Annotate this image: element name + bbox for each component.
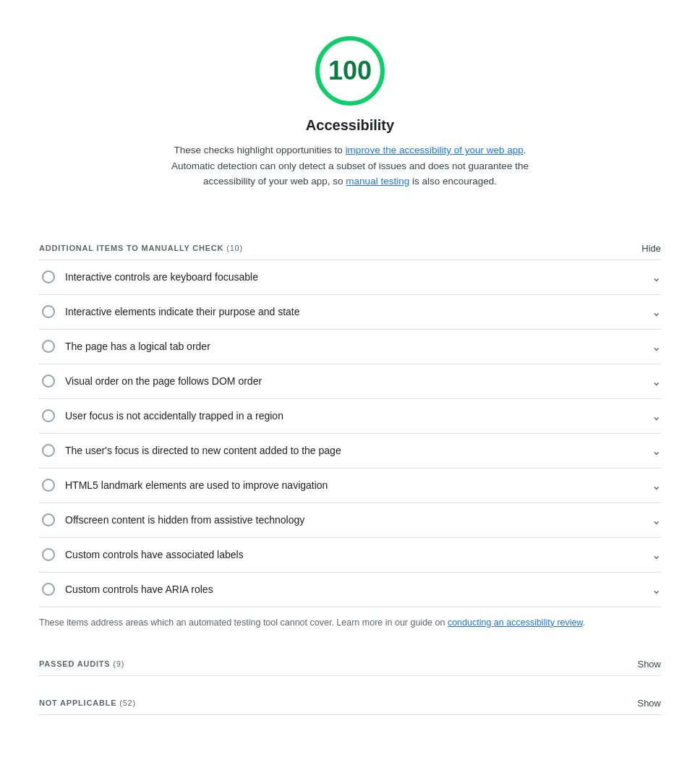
list-item[interactable]: Visual order on the page follows DOM ord… xyxy=(39,364,661,399)
list-item[interactable]: Offscreen content is hidden from assisti… xyxy=(39,503,661,538)
audit-label: The user's focus is directed to new cont… xyxy=(65,445,644,456)
manual-check-title: ADDITIONAL ITEMS TO MANUALLY CHECK (10) xyxy=(39,244,243,252)
list-item[interactable]: HTML5 landmark elements are used to impr… xyxy=(39,469,661,503)
audit-status-icon xyxy=(42,513,55,526)
manual-check-toggle[interactable]: Hide xyxy=(641,243,661,254)
manual-check-footer-suffix: . xyxy=(583,617,585,628)
chevron-down-icon: ⌄ xyxy=(652,375,661,388)
audit-status-icon xyxy=(42,305,55,318)
improve-accessibility-link[interactable]: improve the accessibility of your web ap… xyxy=(346,145,524,155)
audit-status-icon xyxy=(42,409,55,422)
list-item[interactable]: Interactive controls are keyboard focusa… xyxy=(39,260,661,295)
audit-status-icon xyxy=(42,479,55,492)
score-description: These checks highlight opportunities to … xyxy=(169,142,531,189)
score-value: 100 xyxy=(328,56,372,86)
not-applicable-header: NOT APPLICABLE (52) Show xyxy=(39,698,661,715)
passed-audits-header: PASSED AUDITS (9) Show xyxy=(39,659,661,676)
chevron-down-icon: ⌄ xyxy=(652,444,661,458)
chevron-down-icon: ⌄ xyxy=(652,270,661,284)
list-item[interactable]: User focus is not accidentally trapped i… xyxy=(39,399,661,434)
not-applicable-section: NOT APPLICABLE (52) Show xyxy=(39,698,661,715)
not-applicable-title: NOT APPLICABLE (52) xyxy=(39,698,136,707)
audit-label: Visual order on the page follows DOM ord… xyxy=(65,375,644,387)
score-circle: 100 xyxy=(315,36,385,106)
audit-status-icon xyxy=(42,444,55,457)
audit-status-icon xyxy=(42,270,55,283)
manual-check-list: Interactive controls are keyboard focusa… xyxy=(39,260,661,607)
audit-label: Custom controls have associated labels xyxy=(65,549,644,560)
audit-label: Interactive elements indicate their purp… xyxy=(65,306,644,317)
passed-audits-title: PASSED AUDITS (9) xyxy=(39,659,124,668)
description-prefix: These checks highlight opportunities to xyxy=(174,145,345,155)
manual-check-footer: These items address areas which an autom… xyxy=(39,607,661,630)
audit-status-icon xyxy=(42,583,55,596)
passed-audits-count: (9) xyxy=(113,659,124,668)
page-title: Accessibility xyxy=(306,117,394,134)
accessibility-review-link[interactable]: conducting an accessibility review xyxy=(448,617,583,628)
list-item[interactable]: Custom controls have ARIA roles ⌄ xyxy=(39,573,661,607)
chevron-down-icon: ⌄ xyxy=(652,513,661,527)
audit-label: Offscreen content is hidden from assisti… xyxy=(65,514,644,526)
audit-label: The page has a logical tab order xyxy=(65,341,644,352)
list-item[interactable]: Interactive elements indicate their purp… xyxy=(39,295,661,330)
score-section: 100 Accessibility These checks highlight… xyxy=(39,14,661,204)
chevron-down-icon: ⌄ xyxy=(652,583,661,597)
chevron-down-icon: ⌄ xyxy=(652,409,661,423)
audit-label: Interactive controls are keyboard focusa… xyxy=(65,271,644,283)
chevron-down-icon: ⌄ xyxy=(652,340,661,354)
not-applicable-count: (52) xyxy=(119,698,136,707)
chevron-down-icon: ⌄ xyxy=(652,548,661,562)
list-item[interactable]: The user's focus is directed to new cont… xyxy=(39,434,661,469)
not-applicable-toggle[interactable]: Show xyxy=(637,698,661,709)
audit-status-icon xyxy=(42,340,55,353)
description-suffix: is also encouraged. xyxy=(409,176,497,187)
audit-label: HTML5 landmark elements are used to impr… xyxy=(65,479,644,491)
chevron-down-icon: ⌄ xyxy=(652,479,661,492)
manual-check-count: (10) xyxy=(226,244,243,252)
manual-testing-link[interactable]: manual testing xyxy=(346,176,409,187)
list-item[interactable]: Custom controls have associated labels ⌄ xyxy=(39,538,661,573)
manual-check-footer-text: These items address areas which an autom… xyxy=(39,617,448,628)
audit-status-icon xyxy=(42,375,55,388)
passed-audits-toggle[interactable]: Show xyxy=(637,659,661,670)
passed-audits-section: PASSED AUDITS (9) Show xyxy=(39,659,661,676)
manual-check-section-header: ADDITIONAL ITEMS TO MANUALLY CHECK (10) … xyxy=(39,226,661,260)
chevron-down-icon: ⌄ xyxy=(652,305,661,319)
list-item[interactable]: The page has a logical tab order ⌄ xyxy=(39,330,661,364)
audit-label: Custom controls have ARIA roles xyxy=(65,584,644,595)
audit-status-icon xyxy=(42,548,55,561)
audit-label: User focus is not accidentally trapped i… xyxy=(65,410,644,422)
